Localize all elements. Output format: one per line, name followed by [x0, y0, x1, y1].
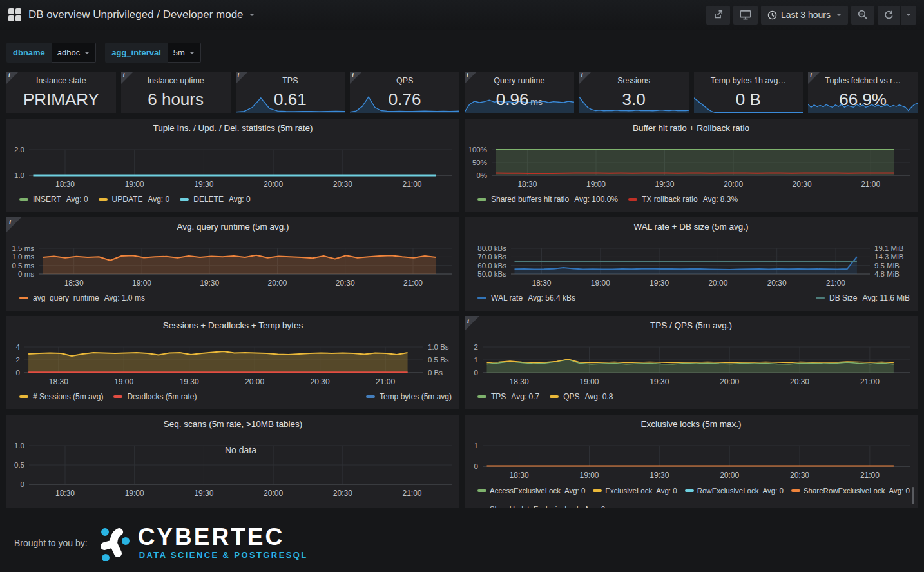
- refresh-group: [878, 6, 916, 25]
- svg-text:19:00: 19:00: [125, 180, 144, 189]
- panel-title[interactable]: Tuple Ins. / Upd. / Del. statistics (5m …: [26, 123, 440, 133]
- svg-text:1.5 ms: 1.5 ms: [12, 244, 34, 252]
- stat-title[interactable]: Instance state: [6, 76, 116, 85]
- stat-title[interactable]: Tuples fetched vs r…: [808, 76, 918, 85]
- svg-text:20:30: 20:30: [793, 180, 812, 189]
- panel-info-icon[interactable]: i: [6, 217, 21, 232]
- tv-mode-button[interactable]: [733, 6, 758, 25]
- time-caret-icon: [836, 14, 842, 16]
- legend-item[interactable]: WAL rateAvg: 56.4 kBs: [477, 293, 575, 302]
- svg-text:19:00: 19:00: [132, 279, 151, 288]
- stat-title[interactable]: Instance uptime: [121, 76, 231, 85]
- time-range-label: Last 3 hours: [781, 10, 831, 20]
- stat-panel-tuples-fetched-vs-r: iTuples fetched vs r…66.9%: [808, 72, 918, 113]
- stat-title[interactable]: TPS: [236, 76, 345, 85]
- legend-item[interactable]: ExclusiveLockAvg: 0: [593, 487, 677, 495]
- panel-info-icon[interactable]: i: [236, 72, 247, 84]
- svg-text:1.0 Bs: 1.0 Bs: [428, 343, 449, 351]
- panel-title[interactable]: Exclusive locks (5m max.): [484, 419, 898, 429]
- stat-title[interactable]: Sessions: [579, 76, 689, 85]
- panel-info-icon[interactable]: i: [808, 72, 820, 84]
- legend-color: [816, 297, 825, 299]
- legend-item[interactable]: AccessExclusiveLockAvg: 0: [477, 487, 585, 495]
- title-caret-icon[interactable]: [249, 14, 255, 16]
- panel-title[interactable]: TPS / QPS (5m avg.): [484, 321, 898, 330]
- svg-text:1: 1: [474, 356, 478, 364]
- legend-item[interactable]: UPDATEAvg: 0: [99, 195, 170, 204]
- variable-label: agg_interval: [105, 43, 168, 63]
- zoom-out-icon: [858, 10, 868, 20]
- panel-title[interactable]: Avg. query runtime (5m avg.): [26, 222, 440, 232]
- svg-text:19:00: 19:00: [125, 489, 144, 498]
- svg-text:21:00: 21:00: [861, 180, 880, 189]
- panel-info-icon[interactable]: i: [465, 316, 479, 331]
- svg-text:18:30: 18:30: [55, 489, 75, 498]
- panel-info-icon[interactable]: i: [6, 72, 18, 84]
- variable-label: dbname: [6, 43, 52, 63]
- cybertec-wordmark: CYBERTEC: [138, 526, 308, 548]
- chart-panel-tps-qps: iTPS / QPS (5m avg.)18:3019:0019:3020:00…: [465, 316, 918, 409]
- legend-item[interactable]: TPSAvg: 0.7: [477, 392, 539, 401]
- stat-value: 6 hours: [121, 90, 231, 110]
- cybertec-logo-icon: [97, 525, 130, 561]
- legend-item[interactable]: Shared buffers hit ratioAvg: 100.0%: [477, 195, 618, 204]
- legend-item[interactable]: # Sessions (5m avg): [19, 392, 103, 401]
- legend-color: [180, 198, 189, 201]
- legend-item[interactable]: TX rollback ratioAvg: 8.3%: [628, 195, 738, 204]
- grafana-menu-icon[interactable]: [8, 8, 21, 21]
- variable-value-dropdown[interactable]: adhoc: [52, 43, 96, 63]
- legend-item[interactable]: RowExclusiveLockAvg: 0: [685, 487, 784, 495]
- legend-item[interactable]: Deadlocks (5m rate): [113, 392, 197, 401]
- legend-item[interactable]: QPSAvg: 0.8: [550, 392, 613, 401]
- panel-title[interactable]: Buffer hit ratio + Rollback ratio: [484, 123, 898, 133]
- legend-item[interactable]: Temp bytes (5m avg): [366, 392, 452, 401]
- panel-title[interactable]: Sessions + Deadlocks + Temp bytes: [26, 321, 440, 330]
- svg-text:0 Bs: 0 Bs: [428, 369, 443, 377]
- variable-agg-interval[interactable]: agg_interval 5m: [105, 43, 201, 63]
- svg-text:19:30: 19:30: [650, 471, 669, 480]
- stat-value: 0.96ms: [465, 90, 574, 110]
- panel-title[interactable]: WAL rate + DB size (5m avg.): [484, 222, 898, 232]
- svg-text:0 ms: 0 ms: [18, 270, 34, 278]
- panel-title[interactable]: Seq. scans (5m rate, >10MB tables): [26, 419, 440, 429]
- legend-item[interactable]: DB SizeAvg: 11.6 MiB: [816, 293, 910, 302]
- legend-color: [477, 395, 486, 398]
- legend-color: [593, 489, 602, 492]
- stat-panel-temp-bytes-1h-avg: Temp bytes 1h avg…0 B: [694, 72, 804, 113]
- svg-text:18:30: 18:30: [55, 180, 75, 189]
- zoom-out-button[interactable]: [851, 6, 874, 25]
- legend-scrollbar[interactable]: [912, 487, 914, 504]
- legend-color: [685, 489, 694, 492]
- svg-text:19:30: 19:30: [650, 377, 669, 386]
- panel-info-icon[interactable]: i: [350, 72, 361, 84]
- svg-text:50.0 kBs: 50.0 kBs: [477, 270, 506, 278]
- legend-item[interactable]: DELETEAvg: 0: [180, 195, 251, 204]
- refresh-interval-button[interactable]: [901, 6, 916, 25]
- chart-legend: TPSAvg: 0.7QPSAvg: 0.8: [477, 392, 910, 401]
- time-picker-button[interactable]: Last 3 hours: [761, 6, 848, 25]
- svg-text:19:30: 19:30: [194, 180, 213, 189]
- footer: Brought to you by: CYBERTEC DATA SCIENCE…: [14, 525, 924, 561]
- share-button[interactable]: [706, 6, 730, 25]
- chart-legend: # Sessions (5m avg)Deadlocks (5m rate)Te…: [19, 392, 452, 401]
- refresh-button[interactable]: [878, 6, 900, 25]
- stat-value: 0 B: [694, 90, 804, 110]
- panel-info-icon[interactable]: i: [121, 72, 133, 84]
- variable-dbname[interactable]: dbname adhoc: [6, 43, 96, 63]
- legend-item[interactable]: INSERTAvg: 0: [19, 195, 88, 204]
- stat-title[interactable]: Query runtime: [465, 76, 574, 85]
- dashboard-title[interactable]: DB overview Unprivileged / Developer mod…: [28, 8, 244, 21]
- stat-title[interactable]: Temp bytes 1h avg…: [694, 76, 804, 85]
- legend-item[interactable]: avg_query_runtimeAvg: 1.0 ms: [19, 293, 145, 302]
- legend-item[interactable]: ShareUpdateExclusiveLockAvg: 0: [477, 505, 605, 508]
- panel-info-icon[interactable]: i: [465, 72, 476, 84]
- stat-panel-query-runtime: iQuery runtime0.96ms: [465, 72, 574, 113]
- panel-info-icon[interactable]: i: [579, 72, 591, 84]
- svg-text:1.0: 1.0: [14, 442, 24, 449]
- stat-title[interactable]: QPS: [350, 76, 459, 85]
- legend-item[interactable]: ShareRowExclusiveLockAvg: 0: [791, 487, 910, 495]
- svg-text:20:00: 20:00: [720, 377, 739, 386]
- variable-value-dropdown[interactable]: 5m: [168, 43, 201, 63]
- svg-text:18:30: 18:30: [517, 180, 537, 189]
- chart-panel-sessions: Sessions + Deadlocks + Temp bytes18:3019…: [6, 316, 459, 409]
